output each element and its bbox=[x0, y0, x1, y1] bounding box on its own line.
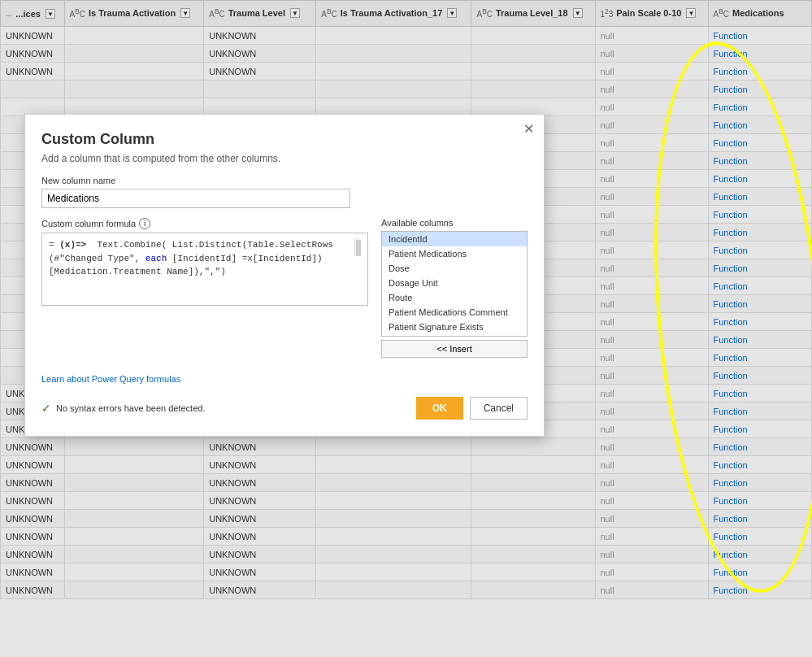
column-name-input[interactable] bbox=[41, 189, 350, 208]
footer-buttons: OK Cancel bbox=[416, 397, 528, 420]
column-name-label: New column name bbox=[41, 176, 528, 185]
scrollbar-thumb bbox=[356, 240, 361, 256]
learn-link[interactable]: Learn about Power Query formulas bbox=[41, 374, 180, 384]
list-item[interactable]: Patient Medications Comment bbox=[382, 305, 527, 320]
formula-scrollbar[interactable] bbox=[354, 238, 361, 256]
main-table-container: ... ...ices ▼ ABC Is Trauma Activation ▼… bbox=[0, 0, 812, 657]
cancel-button[interactable]: Cancel bbox=[470, 397, 528, 420]
close-button[interactable]: ✕ bbox=[523, 123, 534, 136]
dialog-footer: ✓ No syntax errors have been detected. O… bbox=[41, 397, 528, 420]
dialog-subtitle: Add a column that is computed from the o… bbox=[41, 153, 528, 164]
ok-button[interactable]: OK bbox=[416, 397, 463, 420]
formula-info-icon[interactable]: i bbox=[139, 218, 150, 229]
check-icon: ✓ bbox=[41, 402, 51, 415]
available-columns-label: Available columns bbox=[381, 218, 528, 228]
list-item[interactable]: Patient Signature Exists bbox=[382, 320, 527, 334]
list-item[interactable]: Dose bbox=[382, 261, 527, 276]
insert-button[interactable]: << Insert bbox=[381, 340, 528, 358]
formula-text[interactable]: = (x)=> Text.Combine( List.Distinct(Tabl… bbox=[49, 238, 354, 279]
available-columns-list[interactable]: IncidentId Patient Medications Dose Dosa… bbox=[381, 231, 528, 337]
dialog-overlay: ✕ Custom Column Add a column that is com… bbox=[0, 0, 812, 657]
list-item[interactable]: IncidentId bbox=[382, 232, 527, 246]
syntax-status-text: No syntax errors have been detected. bbox=[56, 403, 205, 413]
syntax-status: ✓ No syntax errors have been detected. bbox=[41, 402, 205, 415]
formula-editor[interactable]: = (x)=> Text.Combine( List.Distinct(Tabl… bbox=[41, 233, 368, 306]
list-item[interactable]: Dosage Unit bbox=[382, 276, 527, 290]
formula-label-text: Custom column formula bbox=[41, 219, 136, 228]
list-item[interactable]: Airway Treatment Name bbox=[382, 334, 527, 337]
list-item[interactable]: Route bbox=[382, 290, 527, 305]
dialog-title: Custom Column bbox=[41, 131, 528, 148]
custom-column-dialog: ✕ Custom Column Add a column that is com… bbox=[24, 114, 545, 437]
list-item[interactable]: Patient Medications bbox=[382, 246, 527, 261]
